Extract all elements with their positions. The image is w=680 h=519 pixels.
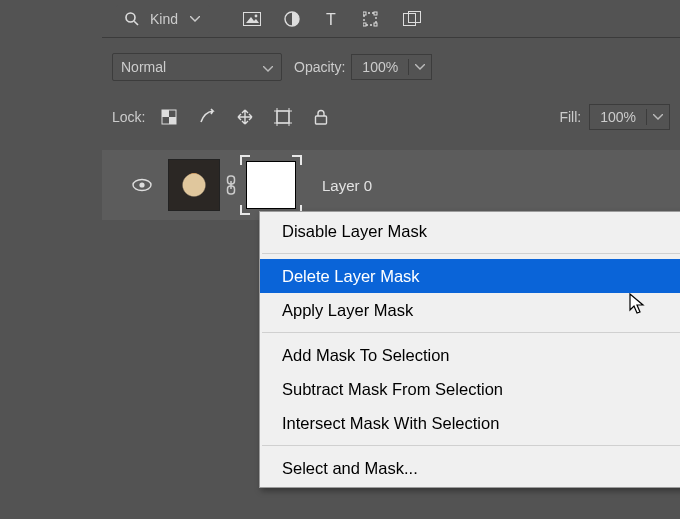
smart-object-filter-icon[interactable] <box>402 9 422 29</box>
svg-rect-12 <box>404 13 416 25</box>
layer-name[interactable]: Layer 0 <box>322 177 372 194</box>
layer-mask-thumbnail[interactable] <box>242 157 300 213</box>
blend-mode-value: Normal <box>121 59 166 75</box>
visibility-toggle-icon[interactable] <box>130 178 154 192</box>
svg-marker-3 <box>246 17 259 23</box>
layer-mask-context-menu: Disable Layer MaskDelete Layer MaskApply… <box>259 211 680 488</box>
search-icon <box>124 11 140 27</box>
svg-rect-15 <box>162 110 169 117</box>
lock-position-icon[interactable] <box>235 107 255 127</box>
chevron-down-icon <box>409 64 431 70</box>
menu-item[interactable]: Apply Layer Mask <box>260 293 680 327</box>
svg-rect-22 <box>316 116 327 124</box>
menu-separator <box>262 332 680 333</box>
layer-thumbnail[interactable] <box>168 159 220 211</box>
svg-rect-8 <box>363 12 366 15</box>
lock-fill-row: Lock: Fill: 100% <box>102 98 680 136</box>
menu-item[interactable]: Disable Layer Mask <box>260 214 680 248</box>
svg-rect-16 <box>169 117 176 124</box>
opacity-label: Opacity: <box>294 59 345 75</box>
svg-rect-11 <box>374 23 377 26</box>
shape-layer-filter-icon[interactable] <box>362 9 382 29</box>
link-icon[interactable] <box>220 175 242 195</box>
menu-item[interactable]: Add Mask To Selection <box>260 338 680 372</box>
svg-point-24 <box>139 182 144 187</box>
menu-item[interactable]: Subtract Mask From Selection <box>260 372 680 406</box>
blend-mode-dropdown[interactable]: Normal <box>112 53 282 81</box>
fill-label: Fill: <box>559 109 581 125</box>
fill-value: 100% <box>590 109 647 125</box>
svg-rect-17 <box>277 111 289 123</box>
lock-all-icon[interactable] <box>311 107 331 127</box>
opacity-value: 100% <box>352 59 409 75</box>
lock-image-icon[interactable] <box>197 107 217 127</box>
chevron-down-icon <box>188 16 202 22</box>
adjustment-layer-filter-icon[interactable] <box>282 9 302 29</box>
filter-kind-dropdown[interactable]: Kind <box>116 5 210 33</box>
type-layer-filter-icon[interactable]: T <box>322 9 342 29</box>
svg-point-0 <box>126 13 135 22</box>
layer-filter-row: Kind T <box>102 0 680 38</box>
pixel-layer-filter-icon[interactable] <box>242 9 262 29</box>
opacity-input[interactable]: 100% <box>351 54 432 80</box>
menu-separator <box>262 445 680 446</box>
menu-separator <box>262 253 680 254</box>
svg-text:T: T <box>326 11 336 27</box>
layer-row[interactable]: Layer 0 <box>102 150 680 220</box>
lock-artboard-icon[interactable] <box>273 107 293 127</box>
filter-kind-label: Kind <box>150 11 178 27</box>
chevron-down-icon <box>263 59 273 75</box>
svg-rect-10 <box>363 23 366 26</box>
menu-item[interactable]: Intersect Mask With Selection <box>260 406 680 440</box>
chevron-down-icon <box>647 114 669 120</box>
layer-list: Layer 0 <box>102 150 680 220</box>
svg-point-4 <box>255 14 258 17</box>
menu-item[interactable]: Select and Mask... <box>260 451 680 485</box>
fill-input[interactable]: 100% <box>589 104 670 130</box>
svg-line-1 <box>134 21 138 25</box>
blend-opacity-row: Normal Opacity: 100% <box>102 48 680 86</box>
filter-type-icons: T <box>242 9 422 29</box>
menu-item[interactable]: Delete Layer Mask <box>260 259 680 293</box>
lock-label: Lock: <box>112 109 145 125</box>
lock-transparent-icon[interactable] <box>159 107 179 127</box>
svg-rect-9 <box>374 12 377 15</box>
